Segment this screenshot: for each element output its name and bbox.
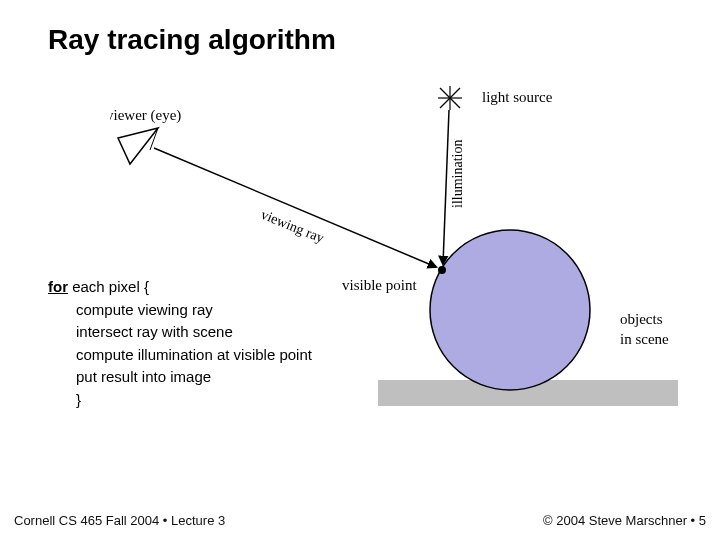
light-source-icon (438, 86, 462, 110)
algo-line-5: } (48, 389, 312, 412)
sphere-object (430, 230, 590, 390)
slide: Ray tracing algorithm vi (0, 0, 720, 540)
algorithm-block: for each pixel { compute viewing ray int… (48, 276, 312, 411)
label-light-source: light source (482, 89, 553, 105)
svg-line-0 (150, 128, 158, 150)
slide-footer: Cornell CS 465 Fall 2004 • Lecture 3 © 2… (0, 513, 720, 528)
algo-line-3: compute illumination at visible point (48, 344, 312, 367)
algo-line-4: put result into image (48, 366, 312, 389)
viewing-ray-arrow (154, 148, 436, 267)
label-visible-point: visible point (342, 277, 417, 293)
for-keyword: for (48, 278, 68, 295)
label-objects-1: objects (620, 311, 663, 327)
label-objects-2: in scene (620, 331, 669, 347)
algo-line-for: for each pixel { (48, 276, 312, 299)
viewer-eye-icon (118, 128, 158, 164)
algo-line-1: compute viewing ray (48, 299, 312, 322)
label-viewer: viewer (eye) (110, 107, 181, 124)
slide-title: Ray tracing algorithm (48, 24, 336, 56)
label-viewing-ray: viewing ray (259, 207, 326, 246)
algo-line-2: intersect ray with scene (48, 321, 312, 344)
footer-left: Cornell CS 465 Fall 2004 • Lecture 3 (14, 513, 225, 528)
visible-point-dot (438, 266, 446, 274)
label-illumination: illumination (450, 140, 465, 208)
footer-right: © 2004 Steve Marschner • 5 (543, 513, 706, 528)
illumination-arrow (443, 110, 449, 264)
